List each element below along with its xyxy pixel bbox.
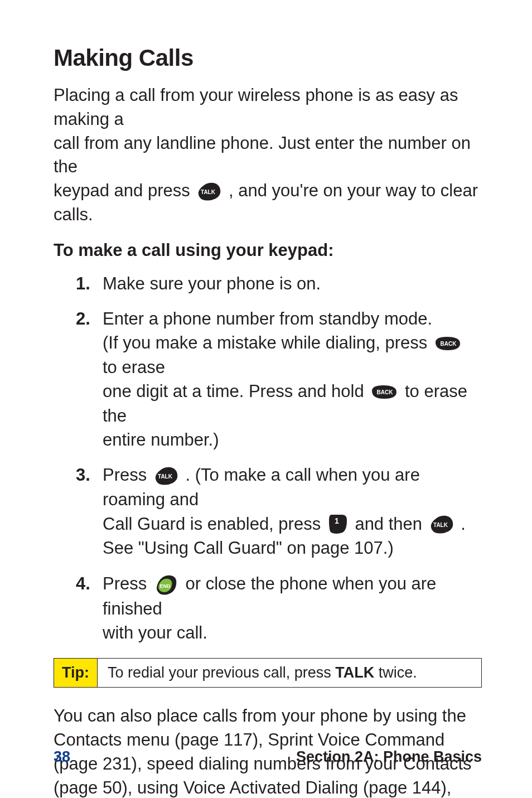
talk-key-icon bbox=[154, 464, 178, 486]
step-text: Make sure your phone is on. bbox=[103, 274, 321, 293]
intro-line: Placing a call from your wireless phone … bbox=[54, 84, 482, 132]
tip-box: Tip: To redial your previous call, press… bbox=[54, 658, 482, 688]
manual-page: Making Calls Placing a call from your wi… bbox=[0, 0, 532, 798]
one-key-icon bbox=[328, 512, 348, 535]
tip-text-part: twice. bbox=[374, 664, 417, 681]
step-number: 1. bbox=[76, 272, 90, 296]
talk-key-icon bbox=[197, 180, 221, 202]
intro-line: keypad and press , and you're on your wa… bbox=[54, 179, 482, 227]
intro-text: keypad and press bbox=[54, 181, 195, 200]
section-label: Section 2A: Phone Basics bbox=[296, 748, 482, 766]
step-item: 4. Press or close the phone when you are… bbox=[76, 572, 482, 645]
step-item: 1. Make sure your phone is on. bbox=[76, 272, 482, 296]
step-text: to erase bbox=[103, 357, 165, 377]
step-item: 2. Enter a phone number from standby mod… bbox=[76, 307, 482, 452]
step-text: Press bbox=[103, 574, 152, 593]
tip-text: To redial your previous call, press TALK… bbox=[98, 659, 481, 687]
step-text: or close the phone when you are finished bbox=[103, 574, 436, 618]
step-text: See "Using Call Guard" on page 107.) bbox=[103, 538, 394, 558]
intro-line: call from any landline phone. Just enter… bbox=[54, 132, 482, 180]
tip-label: Tip: bbox=[54, 659, 98, 687]
tip-text-part: To redial your previous call, press bbox=[108, 664, 335, 681]
step-text: Press bbox=[103, 465, 152, 485]
procedure-subhead: To make a call using your keypad: bbox=[54, 240, 482, 260]
step-text: Call Guard is enabled, press bbox=[103, 514, 326, 534]
page-number: 38 bbox=[54, 748, 70, 766]
step-item: 3. Press . (To make a call when you are … bbox=[76, 463, 482, 560]
step-text: and then bbox=[355, 514, 427, 534]
page-heading: Making Calls bbox=[54, 45, 482, 71]
step-number: 2. bbox=[76, 307, 90, 331]
step-text: entire number.) bbox=[103, 430, 219, 449]
step-text: . bbox=[461, 514, 466, 534]
step-number: 4. bbox=[76, 572, 90, 596]
back-key-icon bbox=[434, 335, 461, 351]
intro-paragraph: Placing a call from your wireless phone … bbox=[54, 84, 482, 227]
page-footer: 38 Section 2A: Phone Basics bbox=[54, 748, 482, 766]
step-text: Enter a phone number from standby mode. bbox=[103, 309, 432, 328]
back-key-icon bbox=[371, 383, 398, 400]
step-list: 1. Make sure your phone is on. 2. Enter … bbox=[54, 272, 482, 645]
step-text: with your call. bbox=[103, 623, 207, 642]
tip-bold: TALK bbox=[335, 664, 374, 681]
step-text: one digit at a time. Press and hold bbox=[103, 381, 369, 401]
end-key-icon bbox=[154, 572, 178, 596]
step-number: 3. bbox=[76, 463, 90, 487]
talk-key-icon bbox=[429, 512, 454, 535]
step-text: (If you make a mistake while dialing, pr… bbox=[103, 333, 432, 352]
